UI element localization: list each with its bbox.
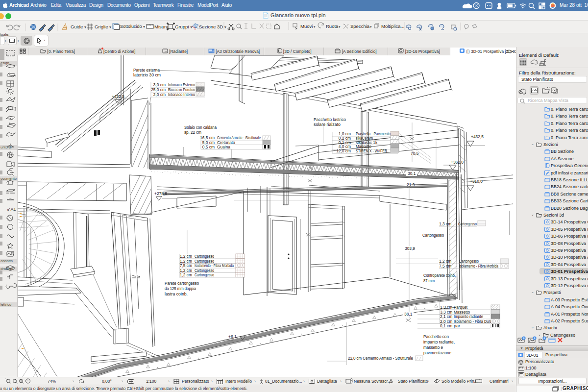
svg-text:1,2 cm: 1,2 cm: [439, 259, 451, 264]
svg-text:303,9: 303,9: [405, 246, 415, 251]
svg-text:+278,8: +278,8: [154, 191, 167, 196]
svg-text:Isolamento - Fibra Dura: Isolamento - Fibra Dura: [454, 319, 492, 324]
svg-text:3,3 cm: 3,3 cm: [440, 310, 452, 315]
svg-text:Solaio con caldana: Solaio con caldana: [184, 125, 217, 130]
svg-text:30,1: 30,1: [408, 171, 416, 176]
svg-text:Controparete coinb.: Controparete coinb.: [423, 273, 456, 278]
svg-text:Cretonato: Cretonato: [217, 140, 235, 145]
svg-text:22,0 cm Cemento Armato - Stru: 22,0 cm Cemento Armato - Strutturale: [348, 356, 413, 361]
svg-text:2,0 cm: 2,0 cm: [440, 319, 452, 324]
svg-text:1,2 cm: 1,2 cm: [180, 268, 192, 273]
svg-text:+6,1: +6,1: [228, 334, 237, 339]
svg-text:Muovi: Muovi: [300, 24, 313, 29]
svg-text:25,0 cm: 25,0 cm: [151, 87, 166, 92]
svg-text:Massetto: Massetto: [454, 310, 470, 315]
svg-text:1,3 cm: 1,3 cm: [439, 221, 451, 226]
svg-text:massetto e: massetto e: [423, 345, 443, 350]
svg-text:pavimentazione: pavimentazione: [423, 350, 451, 355]
svg-text:Cartongesso: Cartongesso: [195, 254, 214, 259]
svg-text:2,0 cm: 2,0 cm: [153, 92, 166, 97]
svg-text:+432,5: +432,5: [112, 94, 124, 99]
svg-text:+362,0: +362,0: [451, 160, 464, 165]
svg-text:Cartongesso: Cartongesso: [195, 268, 214, 273]
svg-text:38,1: 38,1: [404, 312, 413, 317]
svg-text:1,2 cm: 1,2 cm: [180, 272, 192, 277]
svg-text:16,5 cm: 16,5 cm: [200, 135, 215, 140]
svg-text:Impianto radiante: Impianto radiante: [454, 314, 483, 319]
svg-text:Intonaco Esterno: Intonaco Esterno: [168, 82, 195, 87]
svg-text:Cemento Armato - Strutturale: Cemento Armato - Strutturale: [217, 135, 261, 140]
svg-text:Guaina: Guaina: [217, 145, 230, 149]
svg-text:Pacchetto con: Pacchetto con: [423, 334, 449, 339]
svg-text:87 mm: 87 mm: [423, 278, 435, 283]
svg-text:▾: ▾: [314, 25, 316, 28]
svg-text:Blocco in Poroton: Blocco in Poroton: [168, 87, 195, 92]
svg-text:▾: ▾: [370, 25, 372, 28]
svg-text:70,5: 70,5: [411, 151, 419, 156]
svg-text:Ruota: Ruota: [326, 24, 339, 29]
svg-text:solare rialzato: solare rialzato: [314, 122, 341, 127]
svg-text:laterizio 30 cm: laterizio 30 cm: [133, 73, 161, 77]
svg-text:Isolamento - Fibra Morbida: Isolamento - Fibra Morbida: [459, 264, 498, 269]
svg-text:Moltiplica...: Moltiplica...: [381, 24, 405, 29]
svg-text:lastra coinb.: lastra coinb.: [165, 292, 188, 296]
svg-text:da 125 mm doppia: da 125 mm doppia: [165, 286, 196, 291]
svg-text:Cartongesso: Cartongesso: [459, 259, 479, 264]
svg-text:par: par: [454, 323, 460, 328]
svg-text:+432,5: +432,5: [471, 134, 484, 139]
svg-text:sp. 22 cm: sp. 22 cm: [184, 130, 201, 135]
svg-text:Specchia: Specchia: [350, 24, 370, 29]
svg-text:3,0 cm: 3,0 cm: [153, 82, 166, 87]
svg-text:Cartongesso: Cartongesso: [195, 259, 214, 264]
svg-text:2,1 cm: 2,1 cm: [440, 314, 452, 319]
svg-text:STIREN X - WAFER: STIREN X - WAFER: [356, 148, 387, 153]
svg-text:impanto radiante,: impanto radiante,: [423, 340, 455, 344]
svg-text:Cartongesso: Cartongesso: [422, 233, 444, 238]
svg-text:7,5 cm: 7,5 cm: [439, 264, 451, 269]
svg-text:Intonaco Interno: Intonaco Interno: [168, 92, 195, 97]
svg-text:↙A1: ↙A1: [7, 207, 16, 212]
svg-text:12,0 cm: 12,0 cm: [336, 148, 351, 153]
svg-text:Parete cartongesso: Parete cartongesso: [165, 281, 199, 286]
svg-text:1,2 cm: 1,2 cm: [180, 259, 192, 264]
svg-text:0,5 cm: 0,5 cm: [202, 145, 215, 149]
svg-text:1,5 cm: 1,5 cm: [440, 305, 452, 310]
svg-text:Pacchetto lastrico: Pacchetto lastrico: [314, 117, 346, 122]
svg-text:Parquet: Parquet: [454, 305, 468, 310]
svg-text:▾: ▾: [339, 25, 341, 28]
svg-text:7,5 cm: 7,5 cm: [180, 263, 192, 268]
svg-text:0,1 cm: 0,1 cm: [440, 323, 452, 328]
svg-text:Isolamento - Fibra Morbida: Isolamento - Fibra Morbida: [195, 263, 234, 268]
svg-text:5,0 cm: 5,0 cm: [202, 140, 215, 145]
svg-text:Cartongesso: Cartongesso: [458, 221, 477, 226]
svg-text:Cartongesso: Cartongesso: [195, 272, 214, 277]
svg-text:1,2 cm: 1,2 cm: [180, 254, 192, 259]
